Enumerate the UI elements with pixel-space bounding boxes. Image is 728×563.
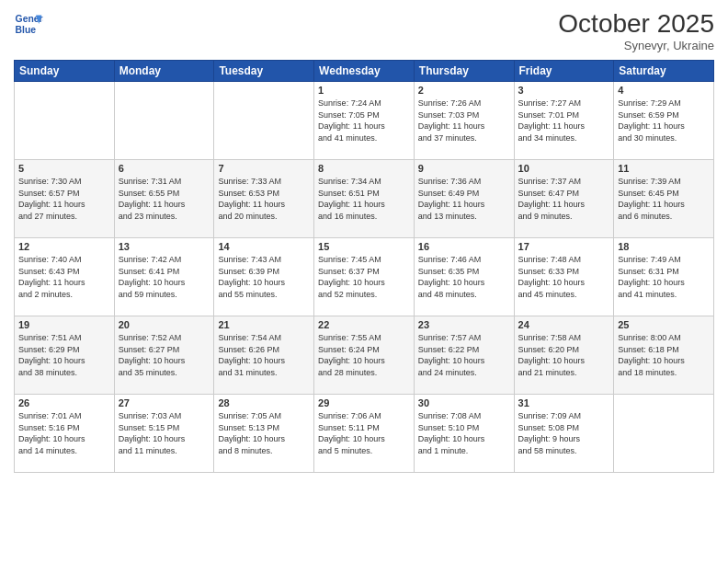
table-row: 20Sunrise: 7:52 AM Sunset: 6:27 PM Dayli… [114,316,214,395]
day-number: 16 [418,241,510,252]
day-number: 18 [618,241,710,252]
table-row: 30Sunrise: 7:08 AM Sunset: 5:10 PM Dayli… [414,395,514,473]
day-number: 2 [418,85,510,96]
table-row: 12Sunrise: 7:40 AM Sunset: 6:43 PM Dayli… [15,238,115,316]
day-info: Sunrise: 7:31 AM Sunset: 6:55 PM Dayligh… [119,176,210,222]
table-row: 4Sunrise: 7:29 AM Sunset: 6:59 PM Daylig… [614,82,714,160]
table-row: 16Sunrise: 7:46 AM Sunset: 6:35 PM Dayli… [414,238,514,316]
page: General Blue October 2025 Synevyr, Ukrai… [0,0,728,563]
header: General Blue October 2025 Synevyr, Ukrai… [14,9,714,52]
day-info: Sunrise: 7:46 AM Sunset: 6:35 PM Dayligh… [418,254,510,300]
table-row: 8Sunrise: 7:34 AM Sunset: 6:51 PM Daylig… [314,160,415,238]
table-row: 18Sunrise: 7:49 AM Sunset: 6:31 PM Dayli… [614,238,714,316]
logo: General Blue [14,9,43,39]
table-row: 14Sunrise: 7:43 AM Sunset: 6:39 PM Dayli… [214,238,314,316]
day-info: Sunrise: 7:58 AM Sunset: 6:20 PM Dayligh… [518,332,610,378]
day-number: 12 [18,241,110,252]
calendar-week-row: 12Sunrise: 7:40 AM Sunset: 6:43 PM Dayli… [15,238,714,316]
day-number: 26 [18,397,110,408]
day-number: 28 [218,397,310,408]
day-number: 14 [218,241,310,252]
logo-icon: General Blue [14,9,43,39]
header-wednesday: Wednesday [314,61,415,82]
table-row: 2Sunrise: 7:26 AM Sunset: 7:03 PM Daylig… [414,82,514,160]
day-info: Sunrise: 7:51 AM Sunset: 6:29 PM Dayligh… [18,332,110,378]
day-info: Sunrise: 7:55 AM Sunset: 6:24 PM Dayligh… [318,332,410,378]
day-info: Sunrise: 8:00 AM Sunset: 6:18 PM Dayligh… [618,332,710,378]
day-info: Sunrise: 7:08 AM Sunset: 5:10 PM Dayligh… [418,410,510,456]
table-row: 29Sunrise: 7:06 AM Sunset: 5:11 PM Dayli… [314,395,415,473]
day-info: Sunrise: 7:03 AM Sunset: 5:15 PM Dayligh… [119,410,210,456]
calendar-week-row: 26Sunrise: 7:01 AM Sunset: 5:16 PM Dayli… [15,395,714,473]
day-number: 25 [618,319,710,330]
calendar-week-row: 5Sunrise: 7:30 AM Sunset: 6:57 PM Daylig… [15,160,714,238]
table-row: 6Sunrise: 7:31 AM Sunset: 6:55 PM Daylig… [114,160,214,238]
day-number: 31 [518,397,610,408]
day-number: 22 [318,319,410,330]
table-row [114,82,214,160]
table-row: 13Sunrise: 7:42 AM Sunset: 6:41 PM Dayli… [114,238,214,316]
table-row [214,82,314,160]
header-tuesday: Tuesday [214,61,314,82]
calendar-header-row: Sunday Monday Tuesday Wednesday Thursday… [15,61,714,82]
table-row: 11Sunrise: 7:39 AM Sunset: 6:45 PM Dayli… [614,160,714,238]
day-number: 29 [318,397,410,408]
day-info: Sunrise: 7:09 AM Sunset: 5:08 PM Dayligh… [518,410,610,456]
day-number: 7 [218,163,310,174]
day-number: 3 [518,85,610,96]
day-info: Sunrise: 7:05 AM Sunset: 5:13 PM Dayligh… [218,410,310,456]
table-row: 19Sunrise: 7:51 AM Sunset: 6:29 PM Dayli… [15,316,115,395]
day-number: 21 [218,319,310,330]
day-number: 20 [119,319,210,330]
day-info: Sunrise: 7:43 AM Sunset: 6:39 PM Dayligh… [218,254,310,300]
table-row: 17Sunrise: 7:48 AM Sunset: 6:33 PM Dayli… [514,238,614,316]
day-info: Sunrise: 7:30 AM Sunset: 6:57 PM Dayligh… [18,176,110,222]
header-thursday: Thursday [414,61,514,82]
table-row: 24Sunrise: 7:58 AM Sunset: 6:20 PM Dayli… [514,316,614,395]
day-info: Sunrise: 7:33 AM Sunset: 6:53 PM Dayligh… [218,176,310,222]
day-info: Sunrise: 7:01 AM Sunset: 5:16 PM Dayligh… [18,410,110,456]
day-number: 17 [518,241,610,252]
day-info: Sunrise: 7:45 AM Sunset: 6:37 PM Dayligh… [318,254,410,300]
day-info: Sunrise: 7:24 AM Sunset: 7:05 PM Dayligh… [318,98,410,144]
subtitle: Synevyr, Ukraine [558,39,714,52]
day-info: Sunrise: 7:29 AM Sunset: 6:59 PM Dayligh… [618,98,710,144]
calendar-week-row: 1Sunrise: 7:24 AM Sunset: 7:05 PM Daylig… [15,82,714,160]
day-info: Sunrise: 7:54 AM Sunset: 6:26 PM Dayligh… [218,332,310,378]
day-info: Sunrise: 7:48 AM Sunset: 6:33 PM Dayligh… [518,254,610,300]
day-number: 9 [418,163,510,174]
table-row: 15Sunrise: 7:45 AM Sunset: 6:37 PM Dayli… [314,238,415,316]
month-title: October 2025 [558,9,714,39]
day-info: Sunrise: 7:34 AM Sunset: 6:51 PM Dayligh… [318,176,410,222]
table-row: 22Sunrise: 7:55 AM Sunset: 6:24 PM Dayli… [314,316,415,395]
day-info: Sunrise: 7:52 AM Sunset: 6:27 PM Dayligh… [119,332,210,378]
table-row: 10Sunrise: 7:37 AM Sunset: 6:47 PM Dayli… [514,160,614,238]
day-number: 1 [318,85,410,96]
day-number: 19 [18,319,110,330]
day-info: Sunrise: 7:26 AM Sunset: 7:03 PM Dayligh… [418,98,510,144]
day-number: 30 [418,397,510,408]
day-number: 11 [618,163,710,174]
day-number: 8 [318,163,410,174]
day-info: Sunrise: 7:27 AM Sunset: 7:01 PM Dayligh… [518,98,610,144]
header-monday: Monday [114,61,214,82]
calendar-week-row: 19Sunrise: 7:51 AM Sunset: 6:29 PM Dayli… [15,316,714,395]
header-friday: Friday [514,61,614,82]
day-number: 5 [18,163,110,174]
title-area: October 2025 Synevyr, Ukraine [558,9,714,52]
day-info: Sunrise: 7:49 AM Sunset: 6:31 PM Dayligh… [618,254,710,300]
day-info: Sunrise: 7:57 AM Sunset: 6:22 PM Dayligh… [418,332,510,378]
day-info: Sunrise: 7:40 AM Sunset: 6:43 PM Dayligh… [18,254,110,300]
table-row [614,395,714,473]
table-row: 7Sunrise: 7:33 AM Sunset: 6:53 PM Daylig… [214,160,314,238]
day-number: 15 [318,241,410,252]
day-number: 10 [518,163,610,174]
table-row: 5Sunrise: 7:30 AM Sunset: 6:57 PM Daylig… [15,160,115,238]
day-info: Sunrise: 7:37 AM Sunset: 6:47 PM Dayligh… [518,176,610,222]
table-row: 25Sunrise: 8:00 AM Sunset: 6:18 PM Dayli… [614,316,714,395]
table-row: 21Sunrise: 7:54 AM Sunset: 6:26 PM Dayli… [214,316,314,395]
day-number: 13 [119,241,210,252]
day-number: 24 [518,319,610,330]
day-number: 6 [119,163,210,174]
day-info: Sunrise: 7:42 AM Sunset: 6:41 PM Dayligh… [119,254,210,300]
